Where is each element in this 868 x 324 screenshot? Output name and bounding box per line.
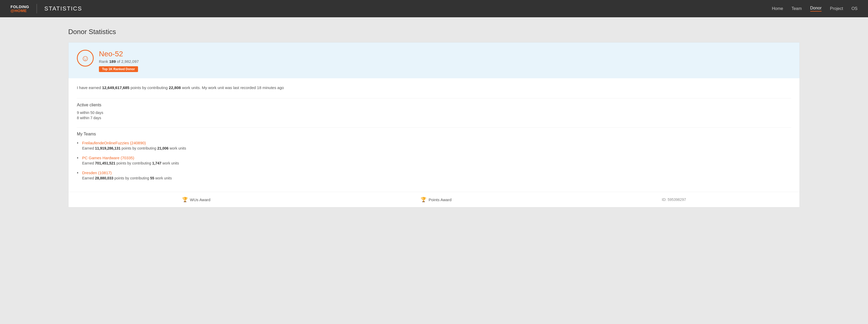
footer-id: ID: 595398297 xyxy=(662,197,686,202)
logo-folding: FOLDING xyxy=(10,5,29,9)
points-award-label: Points Award xyxy=(429,197,451,202)
page-title: Donor Statistics xyxy=(68,28,800,36)
header-left: FOLDING @HOME STATISTICS xyxy=(10,4,82,13)
active-clients-line1: 9 within 50 days xyxy=(77,111,791,115)
nav-home[interactable]: Home xyxy=(772,6,783,11)
team-item-1: FreilaufendeOnlineFuzzies (240890) Earne… xyxy=(77,141,791,150)
active-clients-line2: 8 within 7 days xyxy=(77,116,791,120)
my-teams-title: My Teams xyxy=(77,132,791,137)
donor-body: I have earned 12,649,617,685 points by c… xyxy=(68,78,800,192)
nav-os[interactable]: OS xyxy=(851,6,858,11)
donor-rank: Rank 189 of 2,982,097 xyxy=(99,59,791,64)
wus-value: 22,808 xyxy=(169,85,181,90)
points-value: 12,649,617,685 xyxy=(102,85,129,90)
trophy-icon-points: 🏆 xyxy=(421,197,426,203)
logo-home: @HOME xyxy=(10,9,29,12)
team-link-1[interactable]: FreilaufendeOnlineFuzzies (240890) xyxy=(82,141,791,145)
nav-project[interactable]: Project xyxy=(830,6,843,11)
trophy-icon-wus: 🏆 xyxy=(182,197,188,203)
team-earned-1: Earned 11,919,286,131 points by contribu… xyxy=(82,146,791,150)
rank-label: Rank xyxy=(99,59,108,64)
logo-statistics: STATISTICS xyxy=(44,5,82,12)
page-content: Donor Statistics ☺ Neo-52 Rank 189 of 2,… xyxy=(0,17,868,218)
wus-award-item: 🏆 WUs Award xyxy=(182,197,211,203)
donor-card: ☺ Neo-52 Rank 189 of 2,982,097 Top 1K Ra… xyxy=(68,42,800,208)
main-nav: Home Team Donor Project OS xyxy=(772,6,858,11)
rank-of: of xyxy=(117,59,120,64)
team-link-3[interactable]: Dresden (10817) xyxy=(82,171,791,175)
nav-donor[interactable]: Donor xyxy=(810,6,822,11)
donor-info: Neo-52 Rank 189 of 2,982,097 Top 1K Rank… xyxy=(99,50,791,72)
top-ranked-badge: Top 1K Ranked Donor xyxy=(99,66,138,72)
team-earned-3: Earned 28,880,033 points by contributing… xyxy=(82,176,791,180)
divider-teams xyxy=(77,127,791,128)
points-award-item: 🏆 Points Award xyxy=(421,197,451,203)
teams-section: My Teams FreilaufendeOnlineFuzzies (2408… xyxy=(77,127,791,180)
logo-block: FOLDING @HOME xyxy=(10,5,29,12)
rank-total: 2,982,097 xyxy=(121,59,139,64)
team-item-3: Dresden (10817) Earned 28,880,033 points… xyxy=(77,171,791,180)
avatar: ☺ xyxy=(77,50,94,67)
site-header: FOLDING @HOME STATISTICS Home Team Donor… xyxy=(0,0,868,17)
team-item-2: PC Games Hardware (70335) Earned 701,451… xyxy=(77,155,791,165)
rank-number: 189 xyxy=(109,59,116,64)
donor-header: ☺ Neo-52 Rank 189 of 2,982,097 Top 1K Ra… xyxy=(68,42,800,78)
team-link-2[interactable]: PC Games Hardware (70335) xyxy=(82,155,791,160)
smiley-icon: ☺ xyxy=(81,54,90,62)
donor-footer: 🏆 WUs Award 🏆 Points Award ID: 595398297 xyxy=(68,192,800,207)
id-value: 595398297 xyxy=(668,197,686,202)
donor-name: Neo-52 xyxy=(99,50,791,58)
divider-active-clients xyxy=(77,98,791,99)
active-clients-title: Active clients xyxy=(77,103,791,107)
logo-divider xyxy=(36,4,37,13)
wus-award-label: WUs Award xyxy=(190,197,211,202)
id-label: ID: xyxy=(662,197,666,202)
team-earned-2: Earned 701,451,521 points by contributin… xyxy=(82,161,791,165)
donor-summary: I have earned 12,649,617,685 points by c… xyxy=(77,84,791,91)
nav-team[interactable]: Team xyxy=(792,6,802,11)
